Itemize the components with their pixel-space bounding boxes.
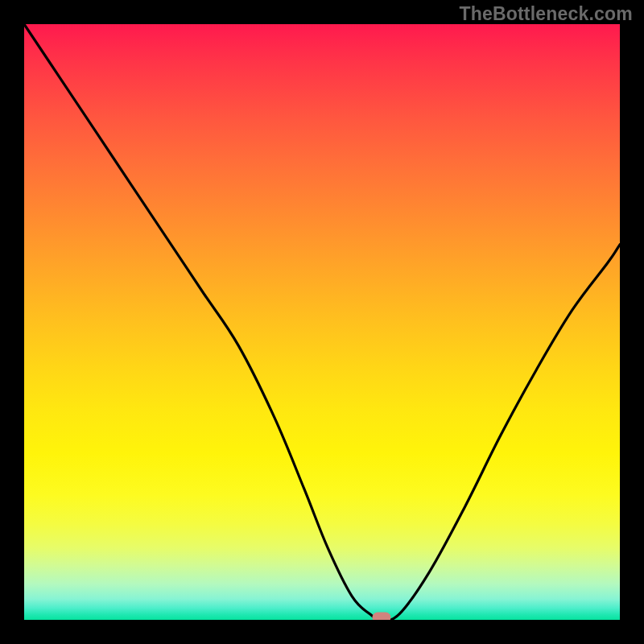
chart-stage: TheBottleneck.com: [0, 0, 644, 644]
plot-area: [24, 24, 620, 620]
watermark-text: TheBottleneck.com: [459, 3, 633, 25]
bottleneck-marker: [373, 613, 391, 621]
bottleneck-curve-path: [24, 24, 620, 620]
curve-svg: [24, 24, 620, 620]
